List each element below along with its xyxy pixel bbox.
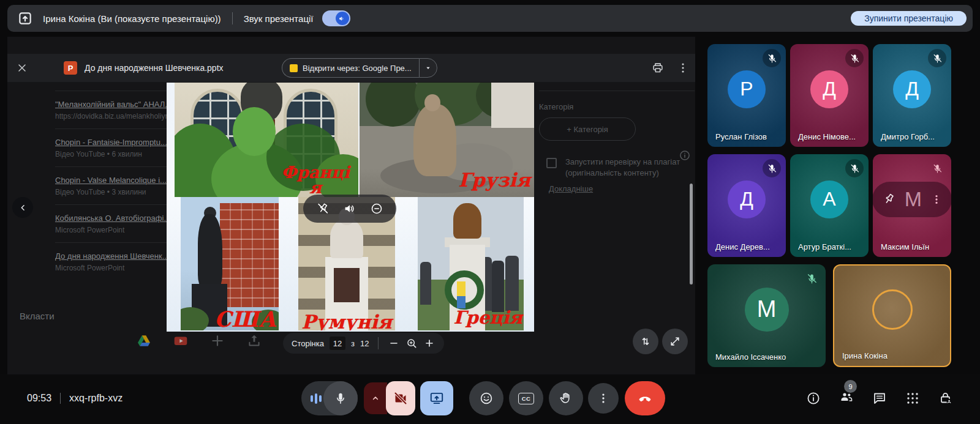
- pin-icon[interactable]: [881, 192, 896, 207]
- participant-name: Руслан Глізов: [715, 132, 767, 141]
- close-icon[interactable]: [16, 62, 28, 74]
- print-icon[interactable]: [651, 61, 665, 75]
- slide-label-georgia: Грузія: [459, 169, 530, 191]
- photo-france: Франція: [175, 83, 358, 197]
- participant-name: Денис Дерев...: [715, 242, 770, 251]
- attachment-item[interactable]: Chopin - Valse Melancolique i... Відео Y…: [55, 166, 169, 204]
- attachment-title[interactable]: Chopin - Fantaisie-Impromptu...: [55, 138, 169, 147]
- tile-hover-controls: М: [873, 182, 951, 217]
- attachment-title[interactable]: До дня народження Шевченк...: [55, 251, 169, 261]
- plagiarism-checkbox[interactable]: [546, 158, 557, 168]
- meeting-details-icon[interactable]: [806, 391, 821, 406]
- plagiarism-label: Запустити перевірку на плагіат (оригінал…: [565, 157, 688, 178]
- reactions-button[interactable]: [469, 381, 503, 415]
- more-options-icon[interactable]: [930, 193, 943, 206]
- arrows-up-down-icon: [639, 335, 652, 348]
- participant-tile[interactable]: А Артур Браткі...: [790, 154, 869, 257]
- google-drive-icon[interactable]: [136, 333, 152, 349]
- participants-row: Д Денис Дерев... А Артур Браткі... М: [707, 154, 951, 257]
- attachment-subtitle: Відео YouTube • 3 хвилини: [55, 188, 169, 196]
- open-with-dropdown[interactable]: Відкрити через: Google Пре...: [282, 58, 437, 78]
- collapse-sidebar-button[interactable]: [12, 197, 33, 218]
- presentation-top-bar: Ірина Кокіна (Ви (показуєте презентацію)…: [7, 5, 973, 32]
- attachment-item[interactable]: До дня народження Шевченк... Microsoft P…: [55, 242, 169, 280]
- more-options-button[interactable]: [588, 383, 619, 414]
- avatar-photo: [872, 289, 913, 330]
- attachment-title[interactable]: "Меланхолійний вальс" АНАЛ...: [55, 100, 169, 109]
- mic-off-icon: [763, 49, 781, 67]
- captions-icon: CC: [518, 393, 534, 404]
- participant-name: Максим Ільїн: [881, 242, 929, 251]
- slide-label-usa: США: [214, 307, 276, 330]
- participant-tile[interactable]: Д Денис Німове...: [790, 44, 869, 147]
- photo-greece: Греція: [418, 197, 524, 330]
- youtube-icon[interactable]: [173, 333, 189, 349]
- participant-tile[interactable]: Р Руслан Глізов: [707, 44, 786, 147]
- file-viewer-header: P До дня народження Шевченка.pptx Відкри…: [7, 54, 695, 82]
- stop-presentation-button[interactable]: Зупинити презентацію: [851, 11, 967, 26]
- open-with-caret[interactable]: [419, 58, 437, 78]
- more-details-link[interactable]: Докладніше: [549, 184, 695, 193]
- page-controls: Сторінка 12 з 12: [283, 333, 444, 354]
- participant-tile[interactable]: М Максим Ільїн: [873, 154, 951, 257]
- participant-tile[interactable]: М Михайло Іссаченко: [707, 264, 826, 367]
- raise-hand-button[interactable]: [549, 381, 583, 415]
- google-slides-icon: [290, 64, 298, 72]
- end-call-button[interactable]: [625, 381, 665, 415]
- activities-grid-icon[interactable]: [905, 391, 920, 406]
- slide-label-greece: Греція: [453, 307, 522, 328]
- audio-icon[interactable]: [343, 202, 356, 215]
- fullscreen-button[interactable]: [662, 329, 688, 354]
- zoom-in-icon[interactable]: [423, 337, 435, 349]
- participant-name: Артур Браткі...: [798, 242, 851, 251]
- camera-off-button[interactable]: [386, 381, 415, 415]
- avatar: Д: [893, 70, 931, 108]
- camera-options-button[interactable]: [364, 382, 387, 414]
- presenter-label: Ірина Кокіна (Ви (показуєте презентацію)…: [43, 13, 221, 24]
- photo-georgia: Грузія: [360, 83, 534, 197]
- open-with-main[interactable]: Відкрити через: Google Пре...: [282, 58, 419, 78]
- file-icon-letter: P: [68, 64, 74, 73]
- attachment-title[interactable]: Chopin - Valse Melancolique i...: [55, 176, 169, 185]
- scrollbar[interactable]: [690, 184, 693, 285]
- create-plus-icon[interactable]: [209, 333, 225, 349]
- attachment-item[interactable]: Кобилянська О. Автобіографі... Microsoft…: [55, 204, 169, 242]
- zoom-out-icon[interactable]: [388, 337, 400, 349]
- page-total: 12: [360, 339, 369, 348]
- zoom-tool-icon[interactable]: [405, 337, 418, 349]
- presentation-audio-toggle[interactable]: [322, 10, 350, 26]
- attachment-item[interactable]: Chopin - Fantaisie-Impromptu... Відео Yo…: [55, 128, 169, 166]
- chat-icon[interactable]: [872, 391, 887, 406]
- minimize-tile-icon[interactable]: [370, 202, 383, 215]
- google-meet-window: Ірина Кокіна (Ви (показуєте презентацію)…: [0, 0, 980, 424]
- shared-screen-area: "Меланхолійний вальс" АНАЛ... https://do…: [7, 37, 695, 374]
- slide-label-romania: Румунія: [301, 311, 391, 330]
- upload-icon[interactable]: [246, 333, 262, 349]
- camera-control: [364, 381, 415, 415]
- expand-icon: [669, 335, 681, 348]
- attachment-subtitle: Microsoft PowerPoint: [55, 226, 169, 234]
- smiley-icon: [479, 391, 494, 406]
- people-button[interactable]: 9: [839, 390, 854, 407]
- participant-tile[interactable]: Д Дмитро Горб...: [873, 44, 951, 147]
- participant-tile[interactable]: Д Денис Дерев...: [707, 154, 786, 257]
- current-page-input[interactable]: 12: [330, 337, 345, 350]
- attachment-subtitle: Відео YouTube • 6 хвилин: [55, 150, 169, 158]
- present-button-active[interactable]: [420, 381, 453, 415]
- microphone-button[interactable]: [323, 381, 358, 415]
- unpin-icon[interactable]: [316, 202, 330, 215]
- meeting-code: xxq-rpfb-xvz: [69, 393, 123, 404]
- camera-off-icon: [393, 391, 408, 406]
- meet-control-bar: 09:53 xxq-rpfb-xvz: [0, 374, 980, 424]
- resize-vertical-button[interactable]: [633, 329, 658, 354]
- add-category-button[interactable]: + Категорія: [539, 117, 636, 141]
- host-controls-lock-icon[interactable]: [938, 391, 953, 406]
- captions-button[interactable]: CC: [509, 381, 543, 415]
- participant-tile-self[interactable]: Ірина Кокіна: [833, 264, 951, 367]
- toggle-knob-speaker-icon: [336, 12, 349, 25]
- attachment-item[interactable]: "Меланхолійний вальс" АНАЛ... https://do…: [55, 91, 169, 128]
- attachment-title[interactable]: Кобилянська О. Автобіографі...: [55, 214, 169, 223]
- meeting-info: 09:53 xxq-rpfb-xvz: [27, 381, 123, 415]
- present-screen-icon: [17, 10, 33, 26]
- more-options-icon[interactable]: [676, 61, 690, 75]
